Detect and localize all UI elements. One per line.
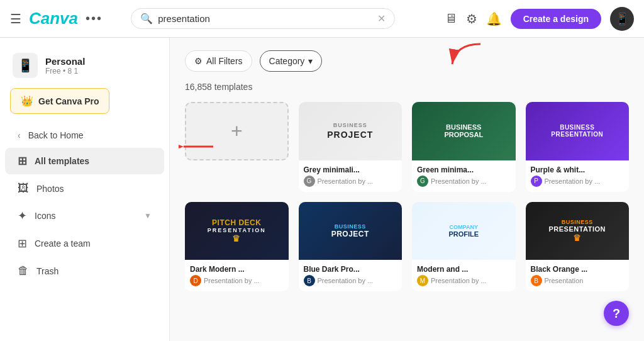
sidebar-item-create-team[interactable]: ⊞ Create a team xyxy=(5,230,164,257)
template-thumb: COMPANY PROFILE xyxy=(412,202,516,260)
expand-icon: ▼ xyxy=(144,211,152,220)
template-title: Purple & whit... xyxy=(531,165,625,174)
canva-logo[interactable]: Canva xyxy=(29,9,78,28)
template-card-green-minimal[interactable]: BUSINESS PROPOSAL Green minima... G Pres… xyxy=(412,102,516,192)
create-design-button[interactable]: Create a design xyxy=(511,9,601,29)
filter-icon: ⚙ xyxy=(194,56,203,66)
profile-meta: Free • 8 1 xyxy=(45,67,85,75)
profile-section: 📱 Personal Free • 8 1 xyxy=(0,48,169,88)
header-right: 🖥 ⚙ 🔔 Create a design 📱 xyxy=(445,7,634,31)
sidebar-item-all-templates[interactable]: ⊞ All templates xyxy=(5,148,164,174)
template-title: Grey minimali... xyxy=(304,165,397,174)
profile-name: Personal xyxy=(45,56,85,67)
sidebar-item-label: Photos xyxy=(36,184,64,194)
all-filters-label: All Filters xyxy=(206,56,243,66)
template-info: Dark Modern ... D Presentation by ... xyxy=(185,260,289,291)
main-layout: 📱 Personal Free • 8 1 👑 Get Canva Pro ‹ … xyxy=(0,38,644,341)
template-thumb: BUSINESS PROJECT xyxy=(299,202,402,260)
thumb-content: BUSINESS PROJECT xyxy=(322,117,378,145)
template-info: Green minima... G Presentation by ... xyxy=(412,160,516,192)
get-pro-label: Get Canva Pro xyxy=(38,96,99,106)
profile-icon: 📱 xyxy=(13,53,38,78)
template-sub: P Presentation by ... xyxy=(531,176,625,187)
crown-icon: 👑 xyxy=(21,95,33,107)
template-sub: M Presentation by ... xyxy=(417,275,511,286)
thumb-content: BUSINESS PROPOSAL xyxy=(440,120,487,142)
template-avatar: G xyxy=(304,176,315,187)
search-bar: 🔍 ✕ xyxy=(131,8,395,29)
template-sub: B Presentation by ... xyxy=(304,275,397,286)
template-card-grey-minimal[interactable]: BUSINESS PROJECT Grey minimali... G Pres… xyxy=(299,102,402,192)
search-clear-icon[interactable]: ✕ xyxy=(377,13,386,25)
sidebar-item-label: All templates xyxy=(35,156,89,166)
sidebar-item-trash[interactable]: 🗑 Trash xyxy=(5,258,164,284)
template-thumb: Pitch Deck PRESENTATION ♛ xyxy=(185,202,289,260)
avatar-image: 📱 xyxy=(615,12,629,26)
template-count: 16,858 templates xyxy=(185,82,629,92)
get-pro-button[interactable]: 👑 Get Canva Pro xyxy=(10,88,109,114)
thumb-content: BUSINESS PROJECT xyxy=(326,218,374,243)
template-avatar: D xyxy=(190,275,201,286)
template-title: Dark Modern ... xyxy=(190,265,284,274)
template-info: Blue Dark Pro... B Presentation by ... xyxy=(299,260,402,291)
search-input[interactable] xyxy=(158,13,374,24)
sidebar-item-icons[interactable]: ✦ Icons ▼ xyxy=(5,203,164,229)
template-info: Modern and ... M Presentation by ... xyxy=(412,260,516,291)
add-template-card[interactable]: + xyxy=(185,102,289,192)
icons-icon: ✦ xyxy=(18,209,27,223)
hamburger-menu[interactable]: ☰ xyxy=(10,11,21,26)
template-card-purple-white[interactable]: BUSINESS PRESENTATION Purple & whit... P… xyxy=(526,102,630,192)
thumb-content: BUSINESS PRESENTATION xyxy=(546,119,608,143)
template-thumb: BUSINESS PROPOSAL xyxy=(412,102,516,160)
trash-icon: 🗑 xyxy=(18,264,29,277)
back-icon: ‹ xyxy=(18,130,21,140)
category-label: Category xyxy=(269,56,305,66)
category-button[interactable]: Category ▾ xyxy=(260,50,323,72)
template-card-dark-modern[interactable]: Pitch Deck PRESENTATION ♛ Dark Modern ..… xyxy=(185,202,289,292)
sidebar-item-photos[interactable]: 🖼 Photos xyxy=(5,176,164,201)
grid-icon: ⊞ xyxy=(18,154,27,168)
template-title: Black Orange ... xyxy=(531,265,625,274)
template-avatar: B xyxy=(531,275,542,286)
template-avatar: B xyxy=(304,275,315,286)
template-info: Black Orange ... B Presentation xyxy=(526,260,630,291)
sidebar: 📱 Personal Free • 8 1 👑 Get Canva Pro ‹ … xyxy=(0,38,170,341)
template-card-blue-dark[interactable]: BUSINESS PROJECT Blue Dark Pro... B Pres… xyxy=(299,202,402,292)
monitor-icon[interactable]: 🖥 xyxy=(445,11,457,26)
notifications-icon[interactable]: 🔔 xyxy=(486,11,502,26)
template-thumb: BUSINESS PRESENTATION xyxy=(526,102,630,160)
photo-icon: 🖼 xyxy=(18,182,29,195)
sidebar-item-label: Create a team xyxy=(35,238,91,249)
all-filters-button[interactable]: ⚙ All Filters xyxy=(185,50,252,72)
arrow-annotation-category xyxy=(418,39,487,74)
settings-icon[interactable]: ⚙ xyxy=(466,11,477,26)
templates-grid: + BUSINESS PROJECT xyxy=(185,102,629,291)
template-card-modern[interactable]: COMPANY PROFILE Modern and ... M Present… xyxy=(412,202,516,292)
sidebar-item-back-home[interactable]: ‹ Back to Home xyxy=(5,124,164,147)
avatar[interactable]: 📱 xyxy=(610,7,634,31)
template-title: Modern and ... xyxy=(417,265,511,274)
filters-row: ⚙ All Filters Category ▾ xyxy=(185,50,629,72)
template-thumb: BUSINESS PROJECT xyxy=(299,102,402,160)
template-info: Purple & whit... P Presentation by ... xyxy=(526,160,630,192)
sidebar-item-label: Back to Home xyxy=(28,130,84,140)
template-sub: D Presentation by ... xyxy=(190,275,284,286)
content-area: ⚙ All Filters Category ▾ 16,858 template… xyxy=(170,38,644,341)
add-card-thumb[interactable]: + xyxy=(185,102,289,160)
template-avatar: P xyxy=(531,176,542,187)
chevron-down-icon: ▾ xyxy=(308,56,313,66)
template-thumb: BUSINESS PRESENTATION ♛ xyxy=(526,202,630,260)
thumb-content: BUSINESS PRESENTATION ♛ xyxy=(543,214,611,248)
thumb-content: Pitch Deck PRESENTATION ♛ xyxy=(203,213,271,249)
dots-menu[interactable]: ••• xyxy=(86,11,103,26)
template-title: Green minima... xyxy=(417,165,511,174)
template-avatar: G xyxy=(417,176,428,187)
profile-info: Personal Free • 8 1 xyxy=(45,56,85,75)
template-title: Blue Dark Pro... xyxy=(304,265,397,274)
template-avatar: M xyxy=(417,275,428,286)
plus-icon: + xyxy=(231,120,243,143)
help-button[interactable]: ? xyxy=(604,301,629,326)
search-icon: 🔍 xyxy=(140,13,153,25)
template-card-black-orange[interactable]: BUSINESS PRESENTATION ♛ Black Orange ...… xyxy=(526,202,630,292)
sidebar-item-label: Trash xyxy=(36,266,58,276)
